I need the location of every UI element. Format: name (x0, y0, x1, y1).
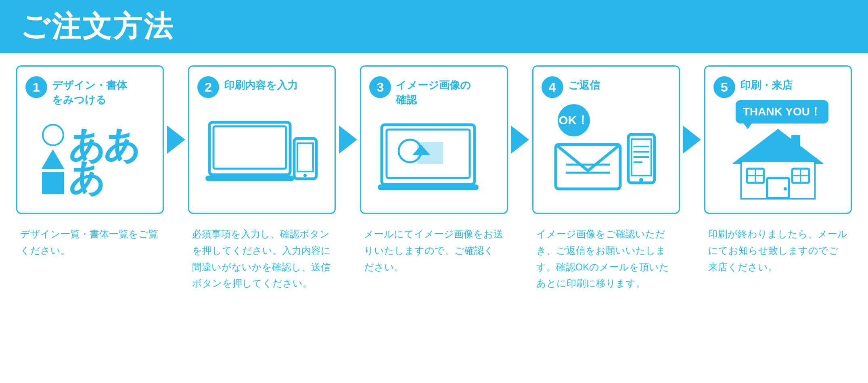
svg-marker-22 (736, 130, 820, 163)
step-3-box: 3 イメージ画像の確認 (360, 65, 508, 214)
desc-2: 必須事項を入力し、確認ボタンを押してください。入力内容に間違いがないかを確認し、… (188, 226, 336, 292)
steps-row: 1 デザイン・書体をみつける あああ (16, 65, 852, 214)
svg-rect-26 (742, 162, 814, 198)
step-3-illustration (369, 115, 498, 203)
desc-4: イメージ画像をご確認いただき、ご返信をお願いいたします。確認OKのメールを頂いた… (532, 226, 680, 292)
svg-point-34 (784, 187, 787, 190)
step-3-title: イメージ画像の確認 (396, 76, 471, 107)
step-1-box: 1 デザイン・書体をみつける あああ (16, 65, 164, 214)
circle-shape (42, 124, 64, 146)
step-4-title: ご返信 (568, 76, 600, 92)
shapes-col (42, 124, 64, 194)
step5-wrap: THANK YOU！ (732, 106, 824, 203)
arrow-2 (336, 65, 360, 214)
ok-bubble: OK！ (558, 104, 590, 136)
step-2-box: 2 印刷内容を入力 (188, 65, 336, 214)
step4-wrap: OK！ (554, 112, 659, 197)
svg-rect-0 (209, 122, 290, 175)
desc-row: デザイン一覧・書体一覧をご覧ください。 必須事項を入力し、確認ボタンを押してくだ… (16, 226, 852, 292)
desc-spacer-4 (680, 226, 704, 292)
svg-rect-11 (378, 184, 479, 190)
main-content: 1 デザイン・書体をみつける あああ (0, 65, 868, 308)
step-4-header: 4 ご返信 (542, 76, 671, 98)
step-5-title: 印刷・来店 (740, 76, 793, 92)
laptop-preview-icon (378, 119, 491, 199)
svg-rect-4 (297, 143, 313, 172)
step-3-badge: 3 (369, 76, 391, 98)
step-2-illustration (197, 106, 326, 203)
arrow-3 (508, 65, 532, 214)
desc-1: デザイン一覧・書体一覧をご覧ください。 (16, 226, 164, 292)
triangle-shape (42, 149, 64, 169)
step-1-header: 1 デザイン・書体をみつける (25, 76, 155, 107)
desc-spacer-2 (336, 226, 360, 292)
desc-spacer-3 (508, 226, 532, 292)
svg-rect-24 (791, 135, 800, 151)
step-1-title: デザイン・書体をみつける (52, 76, 127, 107)
desc-3: メールにてイメージ画像をお送りいたしますので、ご確認ください。 (360, 226, 508, 292)
header: ご注文方法 (0, 0, 868, 53)
step-2-title: 印刷内容を入力 (224, 76, 298, 92)
page-title: ご注文方法 (20, 10, 174, 42)
desc-5: 印刷が終わりましたら、メールにてお知らせ致しますのでご来店ください。 (704, 226, 852, 292)
square-shape (42, 172, 64, 194)
step-2-badge: 2 (197, 76, 219, 98)
step-4-badge: 4 (542, 76, 563, 98)
arrow-4 (680, 65, 704, 214)
step-5-box: 5 印刷・来店 THANK YOU！ (704, 65, 852, 214)
step-4-illustration: OK！ (542, 106, 671, 203)
thankyou-bubble: THANK YOU！ (736, 100, 828, 123)
step-3-header: 3 イメージ画像の確認 (369, 76, 498, 107)
svg-point-5 (303, 174, 307, 177)
step-5-header: 5 印刷・来店 (713, 76, 843, 98)
step1-icons: あああ (42, 124, 138, 194)
svg-point-17 (639, 178, 643, 182)
step-5-illustration: THANK YOU！ (713, 106, 843, 203)
aa-characters: あああ (68, 129, 138, 194)
step-5-badge: 5 (713, 76, 735, 98)
desc-spacer-1 (164, 226, 188, 292)
step-1-badge: 1 (25, 76, 47, 98)
page-wrapper: ご注文方法 1 デザイン・書体をみつける ああ (0, 0, 868, 308)
step-4-box: 4 ご返信 OK！ (532, 65, 680, 214)
devices-icon (205, 114, 318, 195)
step-2-header: 2 印刷内容を入力 (197, 76, 326, 98)
step-1-illustration: あああ (25, 115, 155, 203)
house-icon (732, 122, 824, 203)
arrow-1 (164, 65, 188, 214)
svg-rect-2 (205, 176, 294, 181)
svg-rect-1 (213, 126, 286, 169)
